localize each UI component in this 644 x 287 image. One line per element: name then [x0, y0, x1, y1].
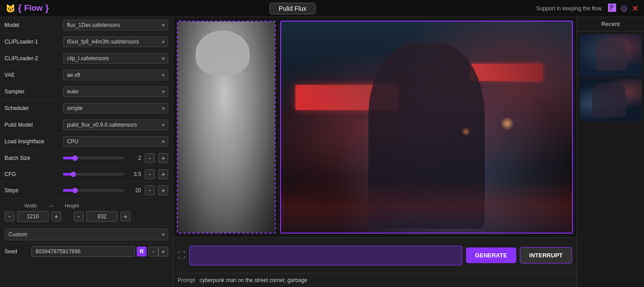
clip1-select[interactable]: t5xxl_fp8_e4m3fn.safetensors	[63, 36, 168, 47]
recent-thumb-img-1	[580, 34, 642, 77]
center-area: ⛶ GENERATE INTERRUPT Prompt cyberpunk ma…	[173, 17, 577, 287]
insightface-row: Load Insightface CPU ▼	[0, 133, 173, 150]
image-area	[173, 17, 577, 237]
cfg-slider-container: 3.5 - +	[63, 169, 168, 179]
thumb1-figure	[595, 40, 626, 71]
clip1-value: t5xxl_fp8_e4m3fn.safetensors ▼	[63, 36, 168, 47]
expand-icon[interactable]: ⛶	[178, 251, 186, 260]
steps-plus[interactable]: +	[158, 185, 168, 195]
steps-track[interactable]	[63, 189, 124, 192]
output-image-container	[280, 21, 573, 234]
right-panel: Recent	[577, 17, 644, 287]
seed-minus[interactable]: -	[148, 247, 158, 256]
width-plus[interactable]: +	[51, 212, 61, 221]
cfg-label: CFG	[4, 171, 63, 177]
recent-label: Recent	[577, 17, 644, 31]
header: 🐱 { Flow } Pulid Flux Support in keeping…	[0, 0, 644, 17]
header-right: Support in keeping the flow. 🅿 ⊙ ✕	[537, 4, 639, 13]
seed-plus[interactable]: +	[158, 247, 168, 256]
batch-size-thumb	[72, 155, 78, 161]
batch-size-value: 2	[128, 155, 141, 161]
tab-pulid-flux[interactable]: Pulid Flux	[269, 3, 316, 14]
cfg-track[interactable]	[63, 173, 124, 176]
steps-value: 20	[128, 187, 141, 194]
prompt-progress-bar	[189, 246, 462, 265]
batch-size-minus[interactable]: -	[145, 153, 155, 163]
vae-value: ae.sft ▼	[63, 70, 168, 80]
recent-thumb-1[interactable]	[580, 34, 642, 77]
sampler-value: euler ▼	[63, 86, 168, 97]
recent-thumb-2[interactable]	[580, 79, 642, 121]
support-text: Support in keeping the flow.	[537, 5, 603, 12]
seed-random-button[interactable]: R	[137, 247, 147, 256]
height-plus[interactable]: +	[121, 212, 130, 221]
cfg-minus[interactable]: -	[145, 169, 155, 179]
header-icons: 🅿 ⊙ ✕	[608, 4, 639, 13]
brace-close: }	[45, 3, 49, 13]
steps-minus[interactable]: -	[145, 185, 155, 195]
bottom-bar: ⛶ GENERATE INTERRUPT	[173, 237, 577, 273]
recent-images-list	[577, 31, 644, 124]
scheduler-row: Scheduler simple ▼	[0, 100, 173, 117]
left-panel: Model flux_1Dev.safetensors ▼ CLIPLoader…	[0, 17, 173, 287]
scheduler-select-wrapper: simple ▼	[63, 103, 168, 114]
app-name: Flow	[24, 4, 43, 13]
vae-row: VAE ae.sft ▼	[0, 67, 173, 84]
height-input[interactable]	[86, 211, 118, 222]
generate-button[interactable]: GENERATE	[466, 247, 516, 263]
prompt-label: Prompt	[178, 275, 195, 283]
output-image	[281, 22, 572, 233]
thumb2-figure	[592, 83, 626, 117]
batch-size-slider-container: 2 - +	[63, 153, 168, 163]
clip1-label: CLIPLoader-1	[4, 39, 63, 45]
seed-input[interactable]	[31, 246, 135, 257]
github-icon[interactable]: ⊙	[621, 4, 627, 13]
preset-row: Custom 1024x1024 1216x832 832x1216 ▼	[0, 226, 173, 243]
logo-icon: 🐱	[5, 4, 15, 13]
scheduler-label: Scheduler	[4, 105, 63, 111]
clip2-select-wrapper: clip_l.safetensors ▼	[63, 53, 168, 64]
height-minus[interactable]: -	[74, 212, 84, 221]
sampler-row: Sampler euler ▼	[0, 84, 173, 100]
close-icon[interactable]: ✕	[632, 4, 639, 13]
model-select[interactable]: flux_1Dev.safetensors	[63, 20, 168, 31]
clip2-select[interactable]: clip_l.safetensors	[63, 53, 168, 64]
insightface-value: CPU ▼	[63, 136, 168, 147]
preset-select[interactable]: Custom 1024x1024 1216x832 832x1216	[4, 229, 168, 240]
clip2-row: CLIPLoader-2 clip_l.safetensors ▼	[0, 50, 173, 67]
pulid-model-row: Pulid Model pulid_flux_v0.9.0.safetensor…	[0, 117, 173, 133]
preset-select-wrapper: Custom 1024x1024 1216x832 832x1216 ▼	[4, 229, 168, 240]
insightface-select[interactable]: CPU	[63, 136, 168, 147]
pulid-model-select[interactable]: pulid_flux_v0.9.0.safetensors	[63, 119, 168, 130]
bokeh-2	[461, 127, 470, 136]
neon-sign-2	[470, 64, 543, 81]
model-select-wrapper: flux_1Dev.safetensors ▼	[63, 20, 168, 31]
steps-thumb	[72, 188, 78, 193]
width-minus[interactable]: -	[4, 212, 14, 221]
patreon-icon[interactable]: 🅿	[608, 4, 616, 13]
model-value: flux_1Dev.safetensors ▼	[63, 20, 168, 31]
sampler-select[interactable]: euler	[63, 86, 168, 97]
seed-label: Seed	[4, 248, 31, 255]
clip1-select-wrapper: t5xxl_fp8_e4m3fn.safetensors ▼	[63, 36, 168, 47]
batch-size-row: Batch Size 2 - +	[0, 150, 173, 166]
input-image-container[interactable]	[177, 21, 276, 234]
vae-select[interactable]: ae.sft	[63, 70, 168, 80]
sampler-select-wrapper: euler ▼	[63, 86, 168, 97]
cfg-thumb	[71, 172, 76, 177]
clip2-label: CLIPLoader-2	[4, 55, 63, 62]
width-input[interactable]	[17, 211, 49, 222]
brace-open: {	[18, 3, 22, 13]
bokeh-1	[501, 117, 514, 130]
interrupt-button[interactable]: INTERRUPT	[520, 247, 572, 264]
dimensions-section: Width ↔ Height - + - +	[0, 199, 173, 226]
vae-select-wrapper: ae.sft ▼	[63, 70, 168, 80]
scheduler-select[interactable]: simple	[63, 103, 168, 114]
batch-size-plus[interactable]: +	[158, 153, 168, 163]
batch-size-track[interactable]	[63, 157, 124, 159]
clip1-row: CLIPLoader-1 t5xxl_fp8_e4m3fn.safetensor…	[0, 34, 173, 50]
cfg-plus[interactable]: +	[158, 169, 168, 179]
steps-slider-container: 20 - +	[63, 185, 168, 195]
model-row: Model flux_1Dev.safetensors ▼	[0, 17, 173, 34]
width-label: Width	[17, 203, 44, 208]
